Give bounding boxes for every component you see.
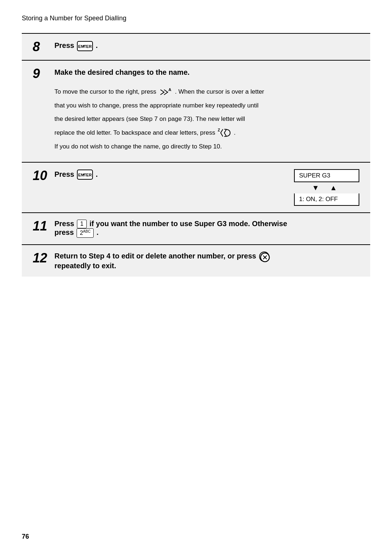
svg-text:ENTER: ENTER: [78, 44, 91, 49]
stop-icon: [259, 252, 269, 262]
svg-point-11: [264, 257, 266, 258]
step-8-number: 8: [33, 40, 51, 53]
page-title: Storing a Number for Speed Dialling: [22, 15, 370, 22]
step-9-content: Make the desired changes to the name.: [54, 67, 189, 77]
step-11-content: Press 1 if you want the number to use Su…: [54, 220, 359, 238]
step-9-para2: that you wish to change, press the appro…: [54, 101, 264, 110]
page-number: 76: [22, 533, 29, 540]
display-arrows: ▼ ▲: [294, 184, 359, 192]
key-2: 2ABC: [77, 228, 94, 237]
step-9-para5: If you do not wish to change the name, g…: [54, 142, 264, 151]
step-11-text: Press 1 if you want the number to use Su…: [54, 220, 359, 238]
step-11-number: 11: [33, 220, 51, 233]
step-9-para1: To move the cursor to the right, press A…: [54, 87, 264, 97]
step-9-inner: 9 Make the desired changes to the name.: [33, 67, 189, 80]
step-12-text: Return to Step 4 to edit or delete anoth…: [54, 252, 359, 270]
step-11-row: 11 Press 1 if you want the number to use…: [22, 212, 370, 244]
right-arrow-a-icon: A: [159, 87, 172, 97]
step-12-content: Return to Step 4 to edit or delete anoth…: [54, 252, 359, 270]
key-2-sub: ABC: [83, 229, 91, 233]
svg-text:A: A: [168, 87, 171, 92]
step-10-left: 10 Press ENTER .: [33, 169, 283, 182]
enter-key-icon: ENTER: [77, 41, 93, 51]
page: Storing a Number for Speed Dialling 8 Pr…: [0, 0, 392, 555]
step-9-title: Make the desired changes to the name.: [54, 67, 189, 77]
display-box-bottom: 1: ON, 2: OFF: [294, 193, 359, 206]
key-1: 1: [77, 220, 87, 228]
enter-key-icon-2: ENTER: [77, 170, 93, 180]
svg-text:Z: Z: [218, 128, 220, 132]
display-box-top: SUPER G3: [294, 169, 359, 182]
content-box: 8 Press ENTER .: [22, 33, 370, 277]
step-9-body: To move the cursor to the right, press A…: [33, 87, 264, 155]
step-10-number: 10: [33, 169, 51, 182]
step-8-label: Press ENTER .: [54, 41, 98, 49]
step-8-row: 8 Press ENTER .: [22, 33, 370, 60]
step-9-row: 9 Make the desired changes to the name. …: [22, 60, 370, 162]
step-10-label: Press ENTER .: [54, 170, 98, 178]
step-10-content: Press ENTER .: [54, 169, 283, 180]
step-9-number: 9: [33, 67, 51, 80]
step-12-number: 12: [33, 252, 51, 265]
svg-text:ENTER: ENTER: [78, 173, 91, 177]
step-9-para3: the desired letter appears (see Step 7 o…: [54, 114, 264, 124]
step-9-para4: replace the old letter. To backspace and…: [54, 128, 264, 138]
step-10-display: SUPER G3 ▼ ▲ 1: ON, 2: OFF: [294, 169, 359, 206]
step-12-row: 12 Return to Step 4 to edit or delete an…: [22, 244, 370, 277]
step-10-row: 10 Press ENTER .: [22, 162, 370, 212]
backspace-key-icon: Z: [218, 128, 232, 138]
step-8-content: Press ENTER .: [54, 40, 359, 51]
